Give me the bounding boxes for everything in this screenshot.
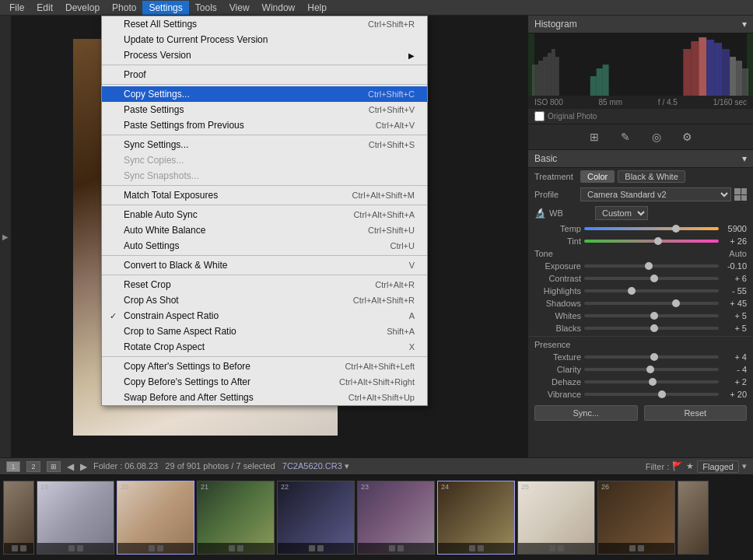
temp-slider-thumb[interactable] [672,225,680,233]
list-item[interactable]: 25 [517,481,595,555]
menu-divider [102,275,427,275]
menu-file[interactable]: File [3,1,30,15]
exposure-slider-thumb[interactable] [645,262,653,270]
local-adj-icon[interactable]: ⚙ [680,129,695,145]
blacks-slider-thumb[interactable] [650,324,658,332]
contrast-slider-track[interactable] [584,277,719,280]
wb-select[interactable]: Custom [595,206,648,220]
vibrance-slider-track[interactable] [584,393,719,396]
nav-prev-btn[interactable]: ◀ [67,461,74,472]
menu-develop[interactable]: Develop [59,1,106,15]
svg-rect-12 [706,40,714,96]
menu-item-copy-after-to-before[interactable]: Copy After's Settings to Before Ctrl+Alt… [102,359,427,374]
menu-tools[interactable]: Tools [189,1,223,15]
menu-item-update-process[interactable]: Update to Current Process Version [102,32,427,47]
menu-item-crop-as-shot[interactable]: Crop As Shot Ctrl+Alt+Shift+R [102,292,427,308]
menu-item-auto-wb[interactable]: Auto White Balance Ctrl+Shift+U [102,222,427,238]
menu-settings[interactable]: Settings [142,1,188,15]
menu-item-sync-settings[interactable]: Sync Settings... Ctrl+Shift+S [102,137,427,152]
menu-item-copy-settings[interactable]: Copy Settings... Ctrl+Shift+C [102,86,427,102]
left-panel-toggle[interactable]: ▶ [0,16,11,457]
list-item[interactable] [678,481,709,555]
profile-grid-icon[interactable] [734,188,747,201]
menu-item-proof[interactable]: Proof [102,67,427,82]
list-item[interactable]: 22 [277,481,355,555]
menu-item-crop-same-aspect[interactable]: Crop to Same Aspect Ratio Shift+A [102,324,427,339]
clarity-slider-thumb[interactable] [646,366,654,373]
thumb-partial[interactable] [3,481,34,555]
flagged-dropdown-icon[interactable]: ▾ [742,461,747,471]
nav-next-btn[interactable]: ▶ [80,461,87,472]
view-grid-btn[interactable]: ⊞ [47,461,61,472]
histogram-collapse-icon[interactable]: ▾ [742,19,747,30]
tint-slider-thumb[interactable] [654,237,662,245]
blacks-slider-track[interactable] [584,327,719,330]
menu-item-reset-all[interactable]: Reset All Settings Ctrl+Shift+R [102,16,427,32]
view-single-btn[interactable]: 1 [6,461,20,472]
highlights-slider-thumb[interactable] [628,287,636,295]
menu-photo[interactable]: Photo [106,1,142,15]
menu-item-shortcut: V [394,261,415,270]
basic-collapse-icon[interactable]: ▾ [742,153,747,164]
menu-item-shortcut: X [394,342,415,352]
texture-slider-track[interactable] [584,355,719,359]
vibrance-slider-thumb[interactable] [658,390,666,398]
highlights-slider-track[interactable] [584,289,719,292]
menu-item-copy-before-to-after[interactable]: Copy Before's Settings to After Ctrl+Alt… [102,374,427,390]
menu-item-label: Sync Copies... [124,155,184,166]
list-item[interactable]: 23 [357,481,435,555]
menu-item-convert-bw[interactable]: Convert to Black & White V [102,257,427,273]
list-item[interactable]: 21 [197,481,275,555]
aperture-value: f / 4.5 [658,98,678,107]
whites-slider-track[interactable] [584,314,719,317]
dehaze-slider-thumb[interactable] [649,378,657,386]
menu-view[interactable]: View [223,1,256,15]
tone-auto-btn[interactable]: Auto [729,249,747,258]
menu-item-match-exposures[interactable]: Match Total Exposures Ctrl+Alt+Shift+M [102,187,427,203]
file-name[interactable]: 7C2A5620.CR3 [282,461,342,471]
list-item[interactable]: 20 [117,481,194,555]
menu-item-auto-settings[interactable]: Auto Settings Ctrl+U [102,238,427,254]
clarity-slider-track[interactable] [584,368,719,371]
whites-slider-thumb[interactable] [650,312,658,320]
menu-item-swap-before-after[interactable]: Swap Before and After Settings Ctrl+Alt+… [102,390,427,405]
list-item[interactable]: 24 [437,481,515,555]
menu-item-paste-settings[interactable]: Paste Settings Ctrl+Shift+V [102,102,427,117]
blacks-label: Blacks [534,324,581,333]
shadows-slider-track[interactable] [584,302,719,305]
menu-item-process-version[interactable]: Process Version ▶ [102,47,427,63]
menu-item-paste-from-prev[interactable]: Paste Settings from Previous Ctrl+Alt+V [102,117,427,133]
menu-help[interactable]: Help [301,1,333,15]
flagged-label[interactable]: Flagged [697,460,739,473]
tint-slider-track[interactable] [584,240,719,243]
color-treatment-btn[interactable]: Color [580,170,615,183]
heal-tool-icon[interactable]: ✎ [618,129,633,145]
filter-star-icon[interactable]: ★ [686,461,694,471]
menu-item-reset-crop[interactable]: Reset Crop Ctrl+Alt+R [102,277,427,292]
original-photo-checkbox[interactable] [534,111,545,121]
exposure-slider-track[interactable] [584,264,719,268]
wb-eyedropper-icon[interactable]: 🔬 [534,208,546,219]
list-item[interactable]: 19 [37,481,114,555]
dehaze-slider-track[interactable] [584,380,719,383]
temp-slider-track[interactable] [584,227,719,230]
list-item[interactable]: 26 [597,481,675,555]
profile-select[interactable]: Camera Standard v2 [580,187,731,201]
filter-flag-icon[interactable]: 🚩 [672,461,683,471]
treatment-row: Treatment Color Black & White [528,168,753,185]
sync-button[interactable]: Sync... [534,405,638,421]
menu-item-rotate-crop[interactable]: Rotate Crop Aspect X [102,339,427,355]
menu-item-enable-auto-sync[interactable]: Enable Auto Sync Ctrl+Alt+Shift+A [102,207,427,222]
crop-tool-icon[interactable]: ⊞ [587,129,602,145]
red-eye-icon[interactable]: ◎ [649,129,664,145]
bw-treatment-btn[interactable]: Black & White [618,170,685,183]
menu-item-constrain-aspect[interactable]: ✓ Constrain Aspect Ratio A [102,308,427,324]
file-dropdown-icon[interactable]: ▾ [345,461,349,471]
menu-edit[interactable]: Edit [30,1,59,15]
reset-button[interactable]: Reset [644,405,748,421]
menu-window[interactable]: Window [256,1,302,15]
shadows-slider-thumb[interactable] [672,299,680,307]
view-compare-btn[interactable]: 2 [26,461,40,472]
contrast-slider-thumb[interactable] [650,275,658,282]
texture-slider-thumb[interactable] [650,353,658,361]
